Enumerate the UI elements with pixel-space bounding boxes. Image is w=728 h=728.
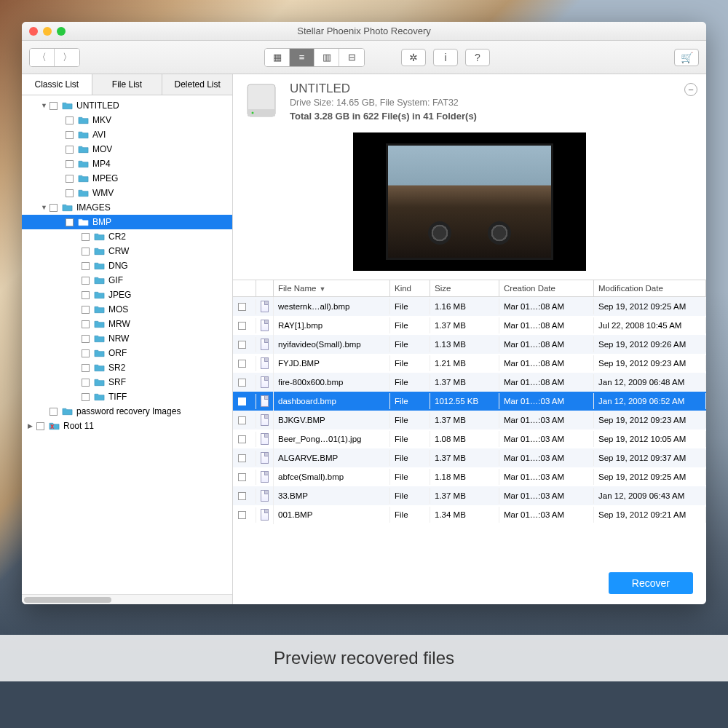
tree-item[interactable]: WMV bbox=[22, 186, 232, 200]
col-size[interactable]: Size bbox=[430, 280, 499, 296]
table-row[interactable]: nyifavideo(Small).bmpFile1.13 MBMar 01…:… bbox=[233, 335, 706, 354]
settings-button[interactable]: ✲ bbox=[401, 49, 426, 66]
tree-item[interactable]: AVI bbox=[22, 127, 232, 142]
checkbox[interactable] bbox=[82, 248, 90, 256]
checkbox[interactable] bbox=[238, 379, 246, 387]
tree-item[interactable]: DNG bbox=[22, 258, 232, 273]
table-row[interactable]: westernk…all).bmpFile1.16 MBMar 01…:08 A… bbox=[233, 297, 706, 316]
checkbox[interactable] bbox=[238, 303, 246, 311]
checkbox[interactable] bbox=[82, 320, 90, 328]
tree-item[interactable]: MOV bbox=[22, 142, 232, 157]
checkbox[interactable] bbox=[238, 511, 246, 519]
checkbox[interactable] bbox=[66, 116, 74, 124]
list-view-button[interactable]: ≡ bbox=[290, 49, 314, 66]
disclosure-icon[interactable]: ▶ bbox=[28, 422, 35, 430]
tree-item[interactable]: ▼IMAGES bbox=[22, 200, 232, 215]
checkbox[interactable] bbox=[50, 204, 58, 212]
disclosure-icon[interactable]: ▼ bbox=[41, 102, 48, 109]
checkbox[interactable] bbox=[82, 233, 90, 241]
grid-view-button[interactable]: ▦ bbox=[265, 49, 290, 66]
checkbox[interactable] bbox=[82, 335, 90, 343]
close-icon[interactable] bbox=[29, 27, 38, 36]
checkbox[interactable] bbox=[82, 379, 90, 387]
tree-item[interactable]: ▶Root 11 bbox=[22, 419, 232, 433]
checkbox[interactable] bbox=[238, 397, 246, 405]
checkbox[interactable] bbox=[66, 131, 74, 139]
checkbox[interactable] bbox=[66, 160, 74, 168]
checkbox[interactable] bbox=[238, 473, 246, 481]
table-row[interactable]: RAY[1].bmpFile1.37 MBMar 01…:08 AMJul 22… bbox=[233, 316, 706, 335]
tree-item[interactable]: MP4 bbox=[22, 157, 232, 171]
recover-button[interactable]: Recover bbox=[609, 572, 693, 594]
checkbox[interactable] bbox=[82, 306, 90, 314]
tree-item[interactable]: GIF bbox=[22, 273, 232, 288]
checkbox[interactable] bbox=[82, 364, 90, 372]
tree-item[interactable]: MPEG bbox=[22, 171, 232, 186]
tree-item[interactable]: MOS bbox=[22, 302, 232, 317]
checkbox[interactable] bbox=[50, 102, 58, 110]
tree-item[interactable]: BMP bbox=[22, 215, 232, 229]
minimize-icon[interactable] bbox=[43, 27, 52, 36]
table-row[interactable]: FYJD.BMPFile1.21 MBMar 01…:08 AMSep 19, … bbox=[233, 354, 706, 373]
checkbox[interactable] bbox=[82, 393, 90, 401]
checkbox[interactable] bbox=[66, 218, 74, 226]
tree-item[interactable]: MKV bbox=[22, 113, 232, 127]
tree-item[interactable]: CR2 bbox=[22, 229, 232, 244]
folder-tree[interactable]: ▼UNTITLEDMKVAVIMOVMP4MPEGWMV▼IMAGESBMPCR… bbox=[22, 95, 232, 594]
collapse-button[interactable]: − bbox=[684, 83, 697, 96]
table-row[interactable]: dashboard.bmpFile1012.55 KBMar 01…:03 AM… bbox=[233, 392, 706, 411]
info-button[interactable]: i bbox=[433, 49, 458, 66]
table-row[interactable]: 33.BMPFile1.37 MBMar 01…:03 AMJan 12, 20… bbox=[233, 486, 706, 505]
col-creation-date[interactable]: Creation Date bbox=[499, 280, 594, 296]
checkbox[interactable] bbox=[238, 416, 246, 424]
maximize-icon[interactable] bbox=[57, 27, 66, 36]
tab-classic-list[interactable]: Classic List bbox=[22, 74, 92, 95]
checkbox[interactable] bbox=[66, 146, 74, 154]
table-row[interactable]: Beer_Pong…01(1).jpgFile1.08 MBMar 01…:03… bbox=[233, 430, 706, 448]
help-button[interactable]: ? bbox=[465, 49, 490, 66]
tree-item[interactable]: SR2 bbox=[22, 360, 232, 375]
tree-item[interactable]: CRW bbox=[22, 244, 232, 258]
checkbox[interactable] bbox=[66, 175, 74, 183]
col-kind[interactable]: Kind bbox=[390, 280, 430, 296]
col-modification-date[interactable]: Modification Date bbox=[594, 280, 706, 296]
tab-deleted-list[interactable]: Deleted List bbox=[162, 74, 232, 95]
checkbox[interactable] bbox=[238, 322, 246, 330]
table-row[interactable]: fire-800x600.bmpFile1.37 MBMar 01…:08 AM… bbox=[233, 373, 706, 392]
forward-button[interactable]: 〉 bbox=[55, 49, 79, 66]
checkbox[interactable] bbox=[238, 360, 246, 368]
disclosure-icon[interactable]: ▼ bbox=[41, 204, 48, 211]
cell-size: 1.37 MB bbox=[430, 488, 499, 504]
checkbox[interactable] bbox=[66, 189, 74, 197]
tree-item[interactable]: password recovery Images bbox=[22, 404, 232, 419]
checkbox[interactable] bbox=[238, 454, 246, 462]
tree-item[interactable]: ORF bbox=[22, 346, 232, 360]
table-row[interactable]: abfce(Small).bmpFile1.18 MBMar 01…:03 AM… bbox=[233, 467, 706, 486]
checkbox[interactable] bbox=[238, 341, 246, 349]
checkbox[interactable] bbox=[238, 435, 246, 443]
checkbox[interactable] bbox=[50, 408, 58, 416]
cart-button[interactable]: 🛒 bbox=[674, 49, 699, 66]
table-row[interactable]: BJKGV.BMPFile1.37 MBMar 01…:03 AMSep 19,… bbox=[233, 411, 706, 430]
checkbox[interactable] bbox=[82, 262, 90, 270]
tree-item[interactable]: NRW bbox=[22, 331, 232, 346]
columns-view-button[interactable]: ▥ bbox=[314, 49, 339, 66]
tree-item[interactable]: JPEG bbox=[22, 288, 232, 302]
tree-item[interactable]: MRW bbox=[22, 317, 232, 331]
checkbox[interactable] bbox=[238, 492, 246, 500]
checkbox[interactable] bbox=[82, 277, 90, 285]
cell-kind: File bbox=[390, 431, 430, 447]
table-row[interactable]: ALGARVE.BMPFile1.37 MBMar 01…:03 AMSep 1… bbox=[233, 448, 706, 467]
tree-item[interactable]: ▼UNTITLED bbox=[22, 98, 232, 113]
back-button[interactable]: 〈 bbox=[30, 49, 55, 66]
coverflow-view-button[interactable]: ⊟ bbox=[339, 49, 364, 66]
table-row[interactable]: 001.BMPFile1.34 MBMar 01…:03 AMSep 19, 2… bbox=[233, 505, 706, 524]
checkbox[interactable] bbox=[82, 349, 90, 357]
col-filename[interactable]: File Name▼ bbox=[274, 280, 390, 296]
tab-file-list[interactable]: File List bbox=[92, 74, 163, 95]
checkbox[interactable] bbox=[36, 422, 44, 430]
checkbox[interactable] bbox=[82, 291, 90, 299]
tree-item[interactable]: TIFF bbox=[22, 389, 232, 404]
horizontal-scrollbar[interactable] bbox=[22, 594, 232, 604]
tree-item[interactable]: SRF bbox=[22, 375, 232, 389]
